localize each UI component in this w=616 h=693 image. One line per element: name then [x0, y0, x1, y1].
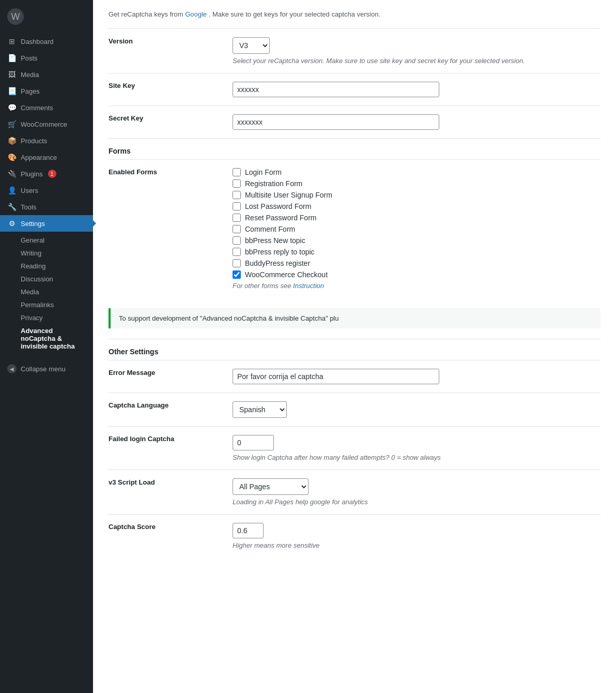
form-comment-checkbox[interactable]: [233, 225, 241, 233]
plugins-badge: 1: [48, 170, 56, 178]
sidebar-item-label: Tools: [21, 203, 36, 211]
sidebar-item-posts[interactable]: 📄 Posts: [0, 50, 93, 66]
version-help-text: Select your reCaptcha version. Make sure…: [233, 57, 600, 65]
other-settings-table: Error Message Captcha Language Spanish E…: [109, 360, 600, 558]
form-bbpress-topic-checkbox[interactable]: [233, 236, 241, 245]
submenu-item-permalinks[interactable]: Permalinks: [0, 298, 93, 311]
form-lost-password-checkbox[interactable]: [233, 202, 241, 210]
form-multisite-checkbox[interactable]: [233, 191, 241, 199]
submenu-item-writing[interactable]: Writing: [0, 247, 93, 260]
form-buddypress-checkbox[interactable]: [233, 259, 241, 267]
sidebar-item-label: Pages: [21, 87, 40, 95]
captcha-language-select[interactable]: Spanish English French German: [233, 401, 287, 418]
collapse-menu-button[interactable]: ◀ Collapse menu: [0, 359, 93, 379]
submenu-item-discussion[interactable]: Discussion: [0, 273, 93, 285]
other-settings-heading: Other Settings: [109, 339, 600, 360]
v3-script-field: All Pages Specific Pages Loading in All …: [233, 470, 600, 515]
sidebar-item-pages[interactable]: 📃 Pages: [0, 83, 93, 99]
sidebar-item-tools[interactable]: 🔧 Tools: [0, 199, 93, 215]
secret-key-input[interactable]: [233, 114, 439, 130]
form-multisite[interactable]: Multisite User Signup Form: [233, 191, 600, 199]
woocommerce-icon: 🛒: [7, 120, 17, 128]
version-row: Version V3 Select your reCaptcha version…: [109, 29, 600, 73]
sidebar-item-products[interactable]: 📦 Products: [0, 132, 93, 149]
sidebar-item-label: Users: [21, 187, 38, 194]
form-lost-password[interactable]: Lost Password Form: [233, 202, 600, 210]
error-message-input[interactable]: [233, 369, 439, 384]
enabled-forms-field: Login Form Registration Form Multisite U…: [233, 160, 600, 298]
form-multisite-label: Multisite User Signup Form: [245, 191, 332, 199]
form-woocommerce-checkbox[interactable]: [233, 270, 241, 279]
form-woocommerce-label: WooCommerce Checkout: [245, 270, 328, 279]
sidebar-nav: ⊞ Dashboard 📄 Posts 🖼 Media 📃 Pages 💬 Co…: [0, 33, 93, 355]
content-area: Get reCaptcha keys from Google . Make su…: [93, 0, 616, 693]
sidebar-item-media[interactable]: 🖼 Media: [0, 66, 93, 83]
sidebar-item-label: Settings: [21, 220, 45, 228]
site-key-field: [233, 73, 600, 106]
dashboard-icon: ⊞: [7, 37, 17, 46]
secret-key-row: Secret Key: [109, 106, 600, 139]
form-registration[interactable]: Registration Form: [233, 179, 600, 188]
form-bbpress-topic[interactable]: bbPress New topic: [233, 236, 600, 245]
submenu-item-privacy[interactable]: Privacy: [0, 311, 93, 324]
captcha-language-row: Captcha Language Spanish English French …: [109, 393, 600, 427]
captcha-score-input[interactable]: [233, 523, 264, 538]
form-comment[interactable]: Comment Form: [233, 225, 600, 233]
form-bbpress-reply-checkbox[interactable]: [233, 248, 241, 256]
captcha-language-field: Spanish English French German: [233, 393, 600, 427]
form-comment-label: Comment Form: [245, 225, 295, 233]
sidebar-item-appearance[interactable]: 🎨 Appearance: [0, 149, 93, 165]
captcha-score-label: Captcha Score: [109, 515, 233, 558]
v3-script-row: v3 Script Load All Pages Specific Pages …: [109, 470, 600, 515]
comments-icon: 💬: [7, 103, 17, 112]
sidebar-item-label: Comments: [21, 104, 53, 112]
sidebar-item-users[interactable]: 👤 Users: [0, 182, 93, 199]
instruction-link[interactable]: Instruction: [293, 282, 324, 290]
submenu-item-reading[interactable]: Reading: [0, 260, 93, 273]
forms-table: Enabled Forms Login Form Registration Fo…: [109, 159, 600, 298]
sidebar-item-settings[interactable]: ⚙ Settings: [0, 215, 93, 232]
top-description: Get reCaptcha keys from Google . Make su…: [109, 10, 600, 18]
users-icon: 👤: [7, 186, 17, 194]
settings-table: Version V3 Select your reCaptcha version…: [109, 28, 600, 138]
settings-icon: ⚙: [7, 219, 17, 228]
captcha-language-label: Captcha Language: [109, 393, 233, 427]
sidebar-item-woocommerce[interactable]: 🛒 WooCommerce: [0, 116, 93, 132]
error-message-field: [233, 360, 600, 393]
posts-icon: 📄: [7, 54, 17, 62]
secret-key-field: [233, 106, 600, 139]
failed-login-field: Show login Captcha after how many failed…: [233, 427, 600, 470]
error-message-row: Error Message: [109, 360, 600, 393]
media-icon: 🖼: [7, 70, 17, 79]
site-key-input[interactable]: [233, 82, 439, 97]
form-registration-checkbox[interactable]: [233, 179, 241, 188]
sidebar-item-comments[interactable]: 💬 Comments: [0, 99, 93, 116]
main-content: Get reCaptcha keys from Google . Make su…: [93, 0, 616, 693]
form-buddypress[interactable]: BuddyPress register: [233, 259, 600, 267]
form-lost-password-label: Lost Password Form: [245, 202, 311, 210]
form-reset-password[interactable]: Reset Password Form: [233, 214, 600, 222]
sidebar-item-label: Media: [21, 71, 39, 79]
sidebar: W ⊞ Dashboard 📄 Posts 🖼 Media 📃 Pages 💬 …: [0, 0, 93, 693]
form-reset-password-checkbox[interactable]: [233, 214, 241, 222]
form-login[interactable]: Login Form: [233, 168, 600, 176]
version-select[interactable]: V3: [233, 37, 270, 54]
site-key-label: Site Key: [109, 73, 233, 106]
v3-script-select[interactable]: All Pages Specific Pages: [233, 478, 309, 495]
submenu-item-general[interactable]: General: [0, 234, 93, 247]
collapse-menu-label: Collapse menu: [21, 365, 66, 373]
sidebar-item-plugins[interactable]: 🔌 Plugins 1: [0, 165, 93, 182]
sidebar-item-dashboard[interactable]: ⊞ Dashboard: [0, 33, 93, 50]
google-link[interactable]: Google: [185, 10, 207, 18]
submenu-item-media[interactable]: Media: [0, 285, 93, 298]
failed-login-input[interactable]: [233, 435, 274, 450]
form-bbpress-reply[interactable]: bbPress reply to topic: [233, 248, 600, 256]
v3-script-label: v3 Script Load: [109, 470, 233, 515]
appearance-icon: 🎨: [7, 153, 17, 161]
form-login-checkbox[interactable]: [233, 168, 241, 176]
enabled-forms-row: Enabled Forms Login Form Registration Fo…: [109, 160, 600, 298]
sidebar-item-label: Appearance: [21, 154, 57, 161]
form-woocommerce[interactable]: WooCommerce Checkout: [233, 270, 600, 279]
submenu-item-advanced-nocaptcha[interactable]: Advanced noCaptcha & invisible captcha: [0, 324, 93, 353]
sidebar-item-label: Products: [21, 137, 47, 145]
